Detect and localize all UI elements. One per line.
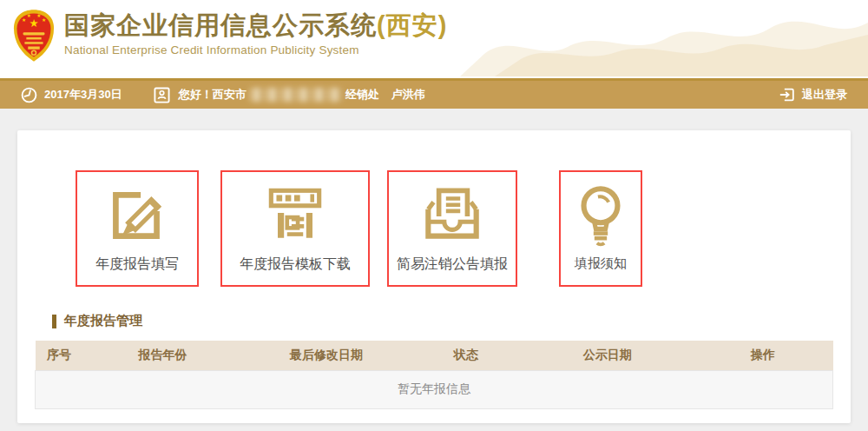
user-greeting: 您好！西安市经销处 卢洪伟 xyxy=(154,87,425,103)
logout-icon xyxy=(779,86,796,103)
empty-message: 暂无年报信息 xyxy=(36,370,833,408)
greeting-suffix: 经销处 xyxy=(345,87,379,103)
svg-text:★: ★ xyxy=(36,13,41,18)
section-marker xyxy=(52,315,56,328)
shortcut-label: 年度报告模板下载 xyxy=(240,255,351,274)
logout-button[interactable]: 退出登录 xyxy=(779,86,847,103)
date-display: 2017年3月30日 xyxy=(21,87,122,103)
annual-report-table: 序号 报告年份 最后修改日期 状态 公示日期 操作 暂无年报信息 xyxy=(35,341,833,409)
user-name: 卢洪伟 xyxy=(391,87,425,103)
svg-text:★: ★ xyxy=(42,17,46,23)
logout-label: 退出登录 xyxy=(802,87,847,103)
clock-icon xyxy=(21,87,37,103)
greatwall-watermark-image xyxy=(460,0,868,76)
info-bar: 2017年3月30日 您好！西安市经销处 卢洪伟 退出登录 xyxy=(0,78,868,109)
section-title: 年度报告管理 xyxy=(64,313,142,329)
shortcut-label: 简易注销公告填报 xyxy=(397,255,508,274)
svg-text:★: ★ xyxy=(29,17,38,30)
page-title-city: (西安) xyxy=(377,11,447,39)
brand: ★ ★ ★ ★ ★ 国家企业信用信息公示系统(西安) National Ente… xyxy=(12,6,447,63)
column-header-operation: 操作 xyxy=(694,341,833,370)
svg-text:★: ★ xyxy=(22,17,26,23)
inbox-document-icon xyxy=(417,179,488,250)
redacted-company-name xyxy=(249,88,343,102)
main-content-card: 年度报告填写 年度报告模板下载 xyxy=(17,130,851,423)
column-header-index: 序号 xyxy=(36,341,83,370)
svg-text:★: ★ xyxy=(27,13,31,18)
id-card-icon xyxy=(154,87,170,103)
greeting-prefix: 您好！西安市 xyxy=(179,87,247,103)
report-section-header: 年度报告管理 xyxy=(52,313,851,329)
column-header-publicity-date: 公示日期 xyxy=(522,341,694,370)
national-emblem-logo: ★ ★ ★ ★ ★ xyxy=(12,8,56,63)
shortcut-simple-cancellation[interactable]: 简易注销公告填报 xyxy=(387,170,517,287)
shortcut-annual-report-write[interactable]: 年度报告填写 xyxy=(76,170,199,287)
column-header-last-modified: 最后修改日期 xyxy=(242,341,410,370)
shortcut-template-download[interactable]: 年度报告模板下载 xyxy=(220,170,370,287)
template-list-icon xyxy=(260,179,331,250)
empty-row: 暂无年报信息 xyxy=(36,370,833,408)
shortcut-label: 填报须知 xyxy=(575,255,627,272)
page-title-main: 国家企业信用信息公示系统 xyxy=(64,11,377,39)
shortcut-row: 年度报告填写 年度报告模板下载 xyxy=(17,130,851,287)
current-date: 2017年3月30日 xyxy=(44,87,122,103)
table-header-row: 序号 报告年份 最后修改日期 状态 公示日期 操作 xyxy=(36,341,833,370)
edit-square-icon xyxy=(102,179,173,250)
shortcut-filing-notice[interactable]: 填报须知 xyxy=(559,170,642,287)
site-header: ★ ★ ★ ★ ★ 国家企业信用信息公示系统(西安) National Ente… xyxy=(0,0,868,78)
column-header-report-year: 报告年份 xyxy=(83,341,243,370)
page-title: 国家企业信用信息公示系统(西安) xyxy=(64,10,447,41)
page-subtitle: National Enterprise Credit Information P… xyxy=(64,43,447,56)
lightbulb-icon xyxy=(565,179,636,250)
shortcut-label: 年度报告填写 xyxy=(95,255,179,274)
column-header-status: 状态 xyxy=(410,341,522,370)
